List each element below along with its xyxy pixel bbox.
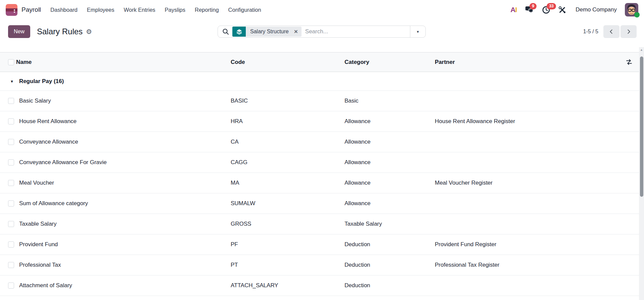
online-status-dot xyxy=(634,12,640,17)
app-menu-toggle[interactable]: Payroll xyxy=(21,6,41,13)
row-checkbox[interactable] xyxy=(8,262,14,268)
cell-partner: Provident Fund Register xyxy=(435,241,619,248)
table-row[interactable]: Provident Fund PF Deduction Provident Fu… xyxy=(0,234,639,255)
row-checkbox[interactable] xyxy=(8,180,14,186)
cell-code: PT xyxy=(231,262,344,268)
table-row[interactable]: Conveyance Allowance CA Allowance xyxy=(0,132,639,152)
navbar-systray: AI 9 33 Demo Company xyxy=(510,3,638,16)
facet-remove-icon[interactable]: × xyxy=(293,27,302,37)
row-checkbox[interactable] xyxy=(8,98,14,104)
top-navbar: Payroll DashboardEmployeesWork EntriesPa… xyxy=(0,0,644,20)
activities-button[interactable]: 33 xyxy=(542,6,550,14)
row-checkbox[interactable] xyxy=(8,241,14,248)
scrollbar-thumb[interactable] xyxy=(640,57,643,197)
breadcrumb: Salary Rules ⚙ xyxy=(37,27,92,36)
select-all-checkbox[interactable] xyxy=(8,59,14,65)
cell-partner: Professional Tax Register xyxy=(435,262,619,268)
table-row[interactable]: Basic Salary BASIC Basic xyxy=(0,91,639,111)
cell-partner: House Rent Allowance Register xyxy=(435,118,619,125)
chevron-right-icon xyxy=(626,29,632,35)
gear-icon[interactable]: ⚙ xyxy=(86,28,92,35)
row-checkbox[interactable] xyxy=(8,139,14,145)
cell-name: Basic Salary xyxy=(16,98,231,104)
tools-button[interactable] xyxy=(558,6,566,14)
search-bar[interactable]: Salary Structure × ▼ xyxy=(218,26,426,38)
cell-category: Taxable Salary xyxy=(344,221,435,227)
salary-rules-list: Name Code Category Partner ▼ Regular Pay… xyxy=(0,52,639,296)
table-body: Basic Salary BASIC Basic House Rent Allo… xyxy=(0,91,639,296)
chevron-left-icon xyxy=(608,29,614,35)
messages-button[interactable]: 9 xyxy=(525,6,534,14)
group-collapse-caret[interactable]: ▼ xyxy=(10,79,14,83)
table-row[interactable]: Conveyance Allowance For Gravie CAGG All… xyxy=(0,152,639,173)
pager-prev-button[interactable] xyxy=(603,25,619,38)
control-panel: New Salary Rules ⚙ Salary Structure × ▼ xyxy=(0,20,644,44)
user-avatar[interactable] xyxy=(625,3,638,16)
cell-partner: Meal Voucher Register xyxy=(435,180,619,186)
table-row[interactable]: Taxable Salary GROSS Taxable Salary xyxy=(0,214,639,234)
new-button[interactable]: New xyxy=(8,25,30,38)
cell-code: PF xyxy=(231,241,344,248)
column-header-name[interactable]: Name xyxy=(16,59,231,66)
nav-item-employees[interactable]: Employees xyxy=(82,0,119,20)
cell-name: Attachment of Salary xyxy=(16,282,231,289)
table-row[interactable]: Meal Voucher MA Allowance Meal Voucher R… xyxy=(0,173,639,193)
table-row[interactable]: Sum of Allowance category SUMALW Allowan… xyxy=(0,193,639,214)
cell-category: Basic xyxy=(344,98,435,104)
search-icon xyxy=(222,28,229,35)
optional-columns-button[interactable] xyxy=(626,59,633,66)
pager: 1-5 / 5 xyxy=(583,20,637,44)
cell-code: CA xyxy=(231,139,344,145)
main-menu: DashboardEmployeesWork EntriesPayslipsRe… xyxy=(46,0,266,20)
card-dots-icon xyxy=(14,9,15,11)
row-checkbox[interactable] xyxy=(8,118,14,124)
vertical-scrollbar[interactable]: ▲ xyxy=(639,47,644,300)
table-row[interactable]: Attachment of Salary ATTACH_SALARY Deduc… xyxy=(0,275,639,296)
cell-code: BASIC xyxy=(231,98,344,104)
cell-code: HRA xyxy=(231,118,344,125)
ai-button[interactable]: AI xyxy=(510,6,517,14)
cell-category: Allowance xyxy=(344,139,435,145)
column-header-code[interactable]: Code xyxy=(231,59,344,66)
cell-category: Deduction xyxy=(344,282,435,289)
cell-name: Conveyance Allowance xyxy=(16,139,231,145)
cell-category: Deduction xyxy=(344,262,435,268)
cell-category: Allowance xyxy=(344,118,435,125)
row-checkbox[interactable] xyxy=(8,200,14,207)
group-row-regular-pay[interactable]: ▼ Regular Pay (16) xyxy=(0,72,639,91)
cell-code: MA xyxy=(231,180,344,186)
column-header-partner[interactable]: Partner xyxy=(435,59,619,66)
nav-item-configuration[interactable]: Configuration xyxy=(224,0,266,20)
cell-code: CAGG xyxy=(231,159,344,166)
row-checkbox[interactable] xyxy=(8,221,14,227)
nav-item-payslips[interactable]: Payslips xyxy=(160,0,190,20)
nav-item-reporting[interactable]: Reporting xyxy=(190,0,224,20)
cell-code: GROSS xyxy=(231,221,344,227)
table-row[interactable]: House Rent Allowance HRA Allowance House… xyxy=(0,111,639,132)
group-label: Regular Pay (16) xyxy=(19,78,64,85)
nav-item-dashboard[interactable]: Dashboard xyxy=(46,0,82,20)
table-row[interactable]: Professional Tax PT Deduction Profession… xyxy=(0,255,639,275)
search-dropdown-toggle[interactable]: ▼ xyxy=(410,26,425,37)
chevron-down-icon: ▼ xyxy=(416,30,420,34)
search-input[interactable] xyxy=(305,28,410,35)
activities-count-badge: 33 xyxy=(547,3,556,9)
row-checkbox[interactable] xyxy=(8,283,14,289)
cell-name: Taxable Salary xyxy=(16,221,231,227)
company-switcher[interactable]: Demo Company xyxy=(576,6,617,13)
column-header-category[interactable]: Category xyxy=(344,59,435,66)
cell-name: Professional Tax xyxy=(16,262,231,268)
cell-code: SUMALW xyxy=(231,200,344,207)
page-title: Salary Rules xyxy=(37,27,83,36)
cell-name: Conveyance Allowance For Gravie xyxy=(16,159,231,166)
facet-label: Salary Structure xyxy=(246,27,293,37)
search-facet: Salary Structure × xyxy=(232,27,302,37)
nav-item-work-entries[interactable]: Work Entries xyxy=(119,0,160,20)
cell-name: Sum of Allowance category xyxy=(16,200,231,207)
cell-name: Meal Voucher xyxy=(16,180,231,186)
adjust-columns-icon xyxy=(626,59,633,66)
scroll-up-arrow[interactable]: ▲ xyxy=(640,48,643,51)
payroll-app-icon[interactable] xyxy=(6,4,17,16)
row-checkbox[interactable] xyxy=(8,159,14,165)
pager-next-button[interactable] xyxy=(620,25,637,38)
